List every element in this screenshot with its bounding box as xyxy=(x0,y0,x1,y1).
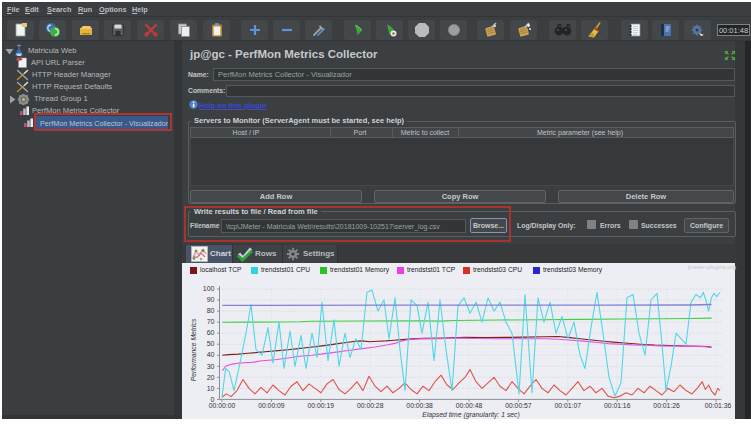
svg-text:00:00:19: 00:00:19 xyxy=(308,402,335,409)
svg-text:100: 100 xyxy=(203,285,215,292)
svg-text:00:01:16: 00:01:16 xyxy=(604,402,631,409)
svg-text:10: 10 xyxy=(207,385,215,392)
svg-text:00:01:07: 00:01:07 xyxy=(555,402,582,409)
svg-text:00:00:28: 00:00:28 xyxy=(357,402,384,409)
svg-text:Elapsed time (granularity: 1 s: Elapsed time (granularity: 1 sec) xyxy=(422,411,519,419)
svg-text:Performance Metrics: Performance Metrics xyxy=(190,318,197,381)
svg-text:00:01:36: 00:01:36 xyxy=(705,402,732,409)
svg-text:00:00:00: 00:00:00 xyxy=(209,402,236,409)
svg-text:00:00:48: 00:00:48 xyxy=(456,402,483,409)
svg-text:00:00:38: 00:00:38 xyxy=(406,402,433,409)
svg-text:30: 30 xyxy=(207,363,215,370)
svg-text:20: 20 xyxy=(207,374,215,381)
svg-text:90: 90 xyxy=(207,296,215,303)
svg-text:70: 70 xyxy=(207,318,215,325)
svg-text:50: 50 xyxy=(207,340,215,347)
svg-text:40: 40 xyxy=(207,351,215,358)
svg-text:80: 80 xyxy=(207,307,215,314)
svg-text:00:01:26: 00:01:26 xyxy=(653,402,680,409)
svg-text:60: 60 xyxy=(207,329,215,336)
svg-text:00:00:57: 00:00:57 xyxy=(505,402,532,409)
svg-text:00:00:09: 00:00:09 xyxy=(258,402,285,409)
